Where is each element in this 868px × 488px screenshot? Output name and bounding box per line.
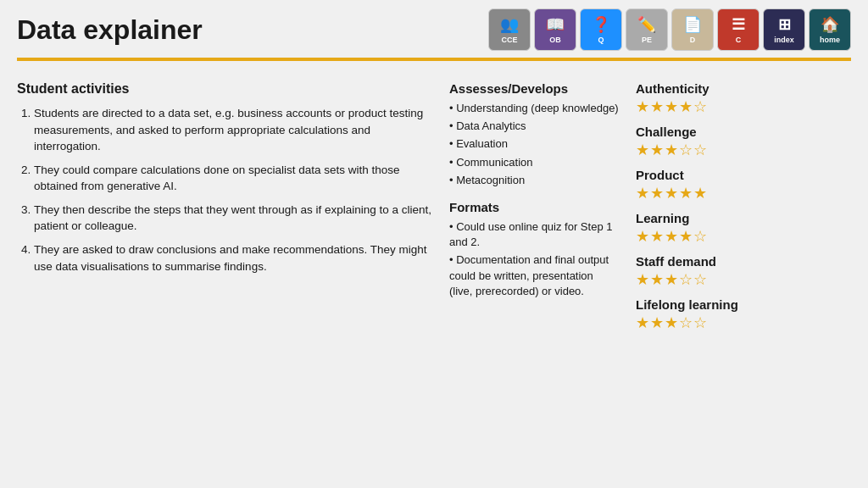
nav-ob[interactable]: 📖 OB xyxy=(534,8,576,51)
list-item: They could compare calculations done on … xyxy=(34,162,432,195)
nav-q[interactable]: ❓ Q xyxy=(580,8,622,51)
middle-panel: Assesses/Develops Understanding (deep kn… xyxy=(449,81,619,341)
rating-lifelong-learning: Lifelong learning ★★★☆☆ xyxy=(636,297,788,332)
lifelong-learning-label: Lifelong learning xyxy=(636,297,788,312)
nav-index[interactable]: ⊞ index xyxy=(763,8,805,51)
rating-product: Product ★★★★★ xyxy=(636,168,788,202)
assesses-list: Understanding (deep knowledge) Data Anal… xyxy=(449,101,619,188)
nav-d[interactable]: 📄 D xyxy=(671,8,714,51)
list-item: They then describe the steps that they w… xyxy=(34,202,432,235)
authenticity-stars: ★★★★☆ xyxy=(636,98,708,115)
q-icon: ❓ xyxy=(592,15,610,34)
student-activities-panel: Student activities Students are directed… xyxy=(17,81,432,341)
gold-divider xyxy=(17,58,851,61)
lifelong-learning-stars: ★★★☆☆ xyxy=(636,314,708,331)
nav-icons: 👥 CCE 📖 OB ❓ Q ✏️ PE 📄 D ☰ C ⊞ index 🏠 xyxy=(488,8,851,51)
nav-cce[interactable]: 👥 CCE xyxy=(488,8,531,51)
challenge-label: Challenge xyxy=(636,125,788,139)
nav-pe[interactable]: ✏️ PE xyxy=(626,8,668,51)
home-icon: 🏠 xyxy=(821,15,839,34)
c-icon: ☰ xyxy=(732,15,745,34)
rating-learning: Learning ★★★★☆ xyxy=(636,211,788,246)
learning-stars: ★★★★☆ xyxy=(636,228,708,245)
student-activities-list: Students are directed to a data set, e.g… xyxy=(17,105,432,274)
rating-staff-demand: Staff demand ★★★☆☆ xyxy=(636,254,788,289)
learning-label: Learning xyxy=(636,211,788,225)
page-title: Data explainer xyxy=(17,14,203,46)
cce-icon: 👥 xyxy=(500,15,519,34)
d-icon: 📄 xyxy=(683,15,702,34)
index-icon: ⊞ xyxy=(778,15,791,34)
header: Data explainer 👥 CCE 📖 OB ❓ Q ✏️ PE 📄 D … xyxy=(0,0,868,58)
pe-icon: ✏️ xyxy=(637,15,656,34)
list-item: Students are directed to a data set, e.g… xyxy=(34,105,432,155)
product-label: Product xyxy=(636,168,788,182)
list-item: Understanding (deep knowledge) xyxy=(449,101,619,116)
list-item: Evaluation xyxy=(449,136,619,152)
main-content: Student activities Students are directed… xyxy=(0,68,868,349)
list-item: They are asked to draw conclusions and m… xyxy=(34,241,432,274)
list-item: Documentation and final output could be … xyxy=(449,252,619,299)
rating-authenticity: Authenticity ★★★★☆ xyxy=(636,81,788,116)
formats-heading: Formats xyxy=(449,200,619,214)
staff-demand-label: Staff demand xyxy=(636,254,788,269)
product-stars: ★★★★★ xyxy=(636,185,708,202)
authenticity-label: Authenticity xyxy=(636,81,788,96)
nav-c[interactable]: ☰ C xyxy=(717,8,760,51)
ob-icon: 📖 xyxy=(546,15,565,34)
formats-list: Could use online quiz for Step 1 and 2. … xyxy=(449,219,619,299)
list-item: Metacognition xyxy=(449,173,619,188)
assesses-heading: Assesses/Develops xyxy=(449,81,619,96)
challenge-stars: ★★★☆☆ xyxy=(636,141,708,158)
ratings-panel: Authenticity ★★★★☆ Challenge ★★★☆☆ Produ… xyxy=(636,81,788,341)
rating-challenge: Challenge ★★★☆☆ xyxy=(636,125,788,159)
student-activities-heading: Student activities xyxy=(17,81,432,97)
list-item: Communication xyxy=(449,155,619,170)
list-item: Data Analytics xyxy=(449,119,619,134)
list-item: Could use online quiz for Step 1 and 2. xyxy=(449,219,619,250)
nav-home[interactable]: 🏠 home xyxy=(809,8,851,51)
staff-demand-stars: ★★★☆☆ xyxy=(636,271,708,288)
